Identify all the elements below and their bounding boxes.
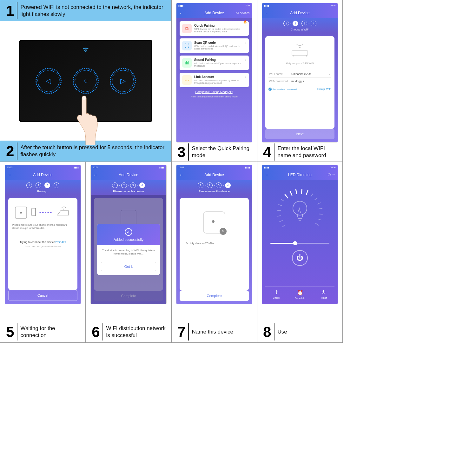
header-title: Add Device [290,11,309,15]
chevron-right-icon: › [245,24,246,27]
timer-icon: ⏱ [321,290,327,295]
step4-text: Enter the local WIFI name and password [278,145,339,159]
phone-step4: ▮▮▮▮10:54 ← Add Device 1› 2› 3› 4 Choose… [262,3,338,142]
qr-icon: ⛶ [182,41,192,50]
touch-left-button[interactable]: ◁ [37,70,60,92]
share-button[interactable]: ⤴Share [273,290,280,300]
timer-button[interactable]: ⏱Timer [321,290,327,300]
touch-right-button[interactable]: ▷ [112,70,134,92]
router-icon [268,44,331,59]
step5-cell: 15:03▮▮▮▮ ←Add Device 1›2›3›4 Pairing...… [0,162,86,343]
pairing-hint: Refer to user guide for the correct pair… [180,96,249,98]
sound-pairing-option[interactable]: ılıl Sound PairingAdd device in this mod… [180,56,249,70]
power-button[interactable]: ⏻ [292,250,308,266]
app-header: ← Add Device All devices [176,8,252,18]
back-icon[interactable]: ← [179,172,183,177]
share-icon: ⤴ [273,290,280,295]
schedule-button[interactable]: ⏰Schedule [295,290,305,300]
check-icon: ✓ [125,228,132,236]
svg-line-24 [319,208,322,209]
wizard-steps: 1› 2› 3› 4 Choose a WiFi [262,18,338,33]
svg-point-0 [83,96,86,100]
circle-icon: ○ [83,77,88,85]
all-devices-link[interactable]: All devices [236,11,249,15]
cancel-button[interactable]: Cancel [8,290,77,301]
touch-center-button[interactable]: ○ [75,70,97,92]
step2-num: 2 [3,142,17,160]
remember-password-check[interactable]: ✓Remember password [268,88,297,91]
pairing-illustration: ••••• [12,206,74,220]
dimmer-dial[interactable]: // inline tick generation via JS later w… [274,187,325,238]
menu-icon[interactable]: ⓘ ⋯ [328,173,335,177]
connection-status: Trying to connect the device2min47s [12,236,74,244]
header-title: Add Device [204,11,224,15]
next-button[interactable]: Next [265,129,334,139]
status-bar: 15:03▮▮▮▮ [5,165,81,170]
wifi-name-field[interactable]: WiFi name ChinaNet-eV2x ⌄ [268,70,331,78]
back-icon[interactable]: ← [93,172,98,177]
sound-icon: ılıl [182,58,192,68]
device-name-input[interactable]: ✎ My devices87466a [185,240,243,247]
step3-text: Select the Quick Pairing mode [192,145,254,159]
back-icon[interactable]: ← [265,10,269,16]
pointing-finger [71,94,100,146]
complete-button[interactable]: Complete [180,291,249,301]
edit-icon[interactable]: ✎ [220,228,227,235]
wifi-icon [82,47,89,54]
phone-step6: 15:04▮▮▮▮ ←Add Device 1›2›3›4 Please nam… [90,165,167,304]
step3-num: 3 [175,143,189,161]
back-icon[interactable]: ← [179,10,183,16]
chevron-right-icon: › [245,41,246,44]
svg-line-23 [317,203,321,204]
triangle-left-icon: ◁ [46,77,51,85]
status-bar: ▮▮▮▮10:54 [176,3,252,8]
svg-line-25 [319,214,323,214]
step7-cell: 15:03▮▮▮▮ ←Add Device 1›2›3›4 Please nam… [171,162,257,343]
status-bar: ▮▮▮▮10:54 [262,3,338,8]
success-modal-overlay: ✓ Added successfully The device is conne… [91,195,166,304]
device-icon: ✎ [203,211,225,234]
chevron-right-icon: › [245,75,246,79]
svg-line-19 [301,189,302,194]
change-wifi-link[interactable]: Change WiFi [317,88,331,91]
step8-cell: ▮▮▮▮10:54 ← LED Dimming ⓘ ⋯ // [257,162,343,343]
phone-step8: ▮▮▮▮10:54 ← LED Dimming ⓘ ⋯ // [262,165,338,304]
quick-pairing-option[interactable]: 🔥 ⧉ Quick PairingWIFI devices can be add… [180,21,249,36]
step6-cell: 15:04▮▮▮▮ ←Add Device 1›2›3›4 Please nam… [86,162,171,343]
svg-line-10 [282,225,285,227]
svg-point-6 [20,212,22,214]
svg-rect-7 [32,208,36,216]
svg-line-26 [318,219,321,220]
compat-link[interactable]: Compatible Pairing Mode(AP) [180,90,249,94]
step-1-2-panel: 1 Powered WIFI is not connected to the n… [0,0,171,162]
svg-line-21 [311,194,313,197]
step4-cell: ▮▮▮▮10:54 ← Add Device 1› 2› 3› 4 Choose… [257,0,343,162]
wifi-password-field[interactable]: WiFi password mudpggui [268,78,331,85]
scan-qr-option[interactable]: ⛶ Scan QR codeGSM devices and devices wi… [180,38,249,53]
svg-rect-2 [292,51,308,55]
pairing-icon: ⧉ [182,24,192,33]
svg-line-27 [315,223,319,225]
got-it-button[interactable]: Got it [101,262,156,271]
svg-line-18 [296,189,297,194]
svg-point-28 [293,201,307,215]
brightness-slider[interactable] [270,243,329,244]
back-icon[interactable]: ← [8,172,12,177]
back-icon[interactable]: ← [265,172,269,177]
phone-step3: ▮▮▮▮10:54 ← Add Device All devices 🔥 ⧉ Q… [176,3,252,142]
svg-line-12 [277,215,281,216]
step1-text: Powered WIFI is not connected to the net… [21,4,168,18]
svg-line-16 [285,194,288,198]
svg-line-11 [279,220,283,222]
link-account-option[interactable]: nest Link AccountAdd third party devices… [180,73,249,87]
pencil-icon: ✎ [186,242,188,245]
svg-line-14 [278,204,282,206]
svg-line-17 [290,191,292,196]
switch-panel-area: ◁ ○ ▷ [0,21,171,141]
phone-step7: 15:03▮▮▮▮ ←Add Device 1›2›3›4 Please nam… [176,165,252,304]
svg-line-20 [306,190,308,195]
phone-step5: 15:03▮▮▮▮ ←Add Device 1›2›3›4 Pairing...… [5,165,81,304]
nest-icon: nest [182,75,192,85]
chevron-down-icon: ⌄ [328,72,331,76]
hot-icon: 🔥 [243,20,247,23]
